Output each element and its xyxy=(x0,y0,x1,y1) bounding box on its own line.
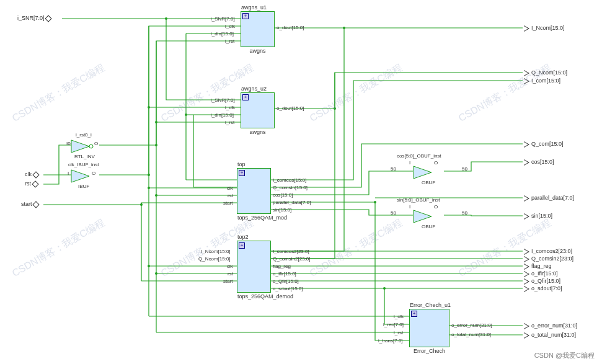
pin: start xyxy=(223,200,233,206)
bus-50: 50 xyxy=(391,166,396,172)
svg-point-7 xyxy=(155,194,157,197)
expand-icon[interactable]: + xyxy=(242,13,249,19)
svg-point-16 xyxy=(89,144,93,148)
expand-icon[interactable]: + xyxy=(239,242,245,249)
block-awgns-u1-title: awgns_u1 xyxy=(241,4,267,11)
bus-50: 50 xyxy=(462,166,467,172)
pin: rst xyxy=(228,193,233,198)
pin: i_trans[7:0] xyxy=(378,338,403,344)
pin: I xyxy=(409,160,410,166)
pin: rst xyxy=(228,271,233,277)
block-top2: top2 + tops_256QAM_demod xyxy=(237,241,271,293)
expand-icon[interactable]: + xyxy=(411,311,417,317)
obuf-cos-title: cos[5:0]_OBUF_inst xyxy=(397,153,441,159)
svg-marker-18 xyxy=(414,166,432,179)
pin: i_rst xyxy=(394,330,403,335)
svg-point-5 xyxy=(155,121,157,123)
pin: o_Ifir[15:0] xyxy=(273,271,601,277)
pin: i_SNR[7:0] xyxy=(211,97,235,103)
pin: i_SNR[7:0] xyxy=(211,16,235,22)
bus-50: 50 xyxy=(391,210,396,216)
pin: i_rec[7:0] xyxy=(383,322,404,327)
port-cos: cos[15:0] xyxy=(524,159,554,166)
pin: o_sdout[15:0] xyxy=(273,286,601,291)
svg-point-3 xyxy=(148,187,150,189)
pin: o_error_num[31:0] xyxy=(451,322,601,328)
block-error-chech-footer: Error_Chech xyxy=(410,348,449,354)
block-top-footer: tops_256QAM_mod xyxy=(237,215,270,221)
pin: clk xyxy=(227,185,233,191)
expand-icon[interactable]: + xyxy=(242,94,249,100)
pin: O xyxy=(94,141,98,146)
port-q-com: Q_com[15:0] xyxy=(524,141,564,148)
svg-marker-15 xyxy=(71,140,89,153)
pin: i_rst xyxy=(225,120,234,125)
pin: I_Ncom[15:0] xyxy=(201,249,231,254)
svg-point-0 xyxy=(165,17,167,20)
port-rst: rst xyxy=(25,180,40,187)
pin: I_comcos2[23:0] xyxy=(273,249,601,254)
pin: O xyxy=(92,171,95,176)
pin: start xyxy=(223,278,233,284)
block-top2-title: top2 xyxy=(237,234,249,240)
pin: i_clk xyxy=(394,314,404,319)
pin: flag_reg xyxy=(273,264,601,269)
port-start: start xyxy=(21,201,40,207)
ibuf-footer: IBUF xyxy=(78,184,89,189)
svg-point-4 xyxy=(148,265,150,267)
svg-marker-19 xyxy=(414,210,432,223)
pin: clk xyxy=(227,264,233,269)
block-top: top + tops_256QAM_mod xyxy=(237,168,271,214)
block-top2-footer: tops_256QAM_demod xyxy=(237,293,270,300)
pin: I xyxy=(409,204,410,210)
obuf-sin-title: sin[5:0]_OBUF_inst xyxy=(397,197,440,203)
obuf-sin-footer: OBUF xyxy=(422,224,435,229)
pin: i_din[15:0] xyxy=(211,112,234,118)
ibuf-title: clk_IBUF_inst xyxy=(68,162,99,167)
pin: I xyxy=(68,171,69,176)
svg-point-1 xyxy=(148,106,150,109)
port-q-ncom: Q_Ncom[15:0] xyxy=(524,69,567,76)
block-awgns-u2: awgns_u2 + awgns xyxy=(241,92,275,128)
port-i-com: I_com[15:0] xyxy=(524,78,560,84)
block-awgns-u2-title: awgns_u2 xyxy=(241,86,267,92)
pin: o_dout[15:0] xyxy=(277,105,601,111)
pin: o_dout[15:0] xyxy=(277,25,601,30)
svg-point-8 xyxy=(155,272,157,275)
port-sin: sin[15:0] xyxy=(524,213,552,220)
pin: Q_comsin2[23:0] xyxy=(273,256,601,262)
watermark-footer: CSDN @我爱C编程 xyxy=(534,351,595,360)
pin: O xyxy=(434,160,438,166)
pin: O xyxy=(434,204,438,210)
block-top-title: top xyxy=(237,161,246,167)
port-i-snr: i_SNR[7:0] xyxy=(17,15,53,21)
pin: i_din[15:0] xyxy=(211,31,234,37)
block-awgns-u1: awgns_u1 + awgns xyxy=(241,11,275,47)
svg-point-9 xyxy=(140,203,143,206)
expand-icon[interactable]: + xyxy=(239,170,245,176)
rtl-inv-title: i_rst0_i xyxy=(76,132,92,138)
pin: Q_comsin[15:0] xyxy=(273,185,601,190)
block-error-chech-title: Error_Chech_u1 xyxy=(410,302,451,308)
svg-marker-17 xyxy=(71,170,89,182)
block-awgns-u2-footer: awgns xyxy=(241,129,274,135)
pin: i_rst xyxy=(225,38,234,44)
svg-point-14 xyxy=(185,113,187,116)
pin: o_total_num[31:0] xyxy=(451,332,601,337)
pin: o_Qfir[15:0] xyxy=(273,278,601,284)
port-clk: clk xyxy=(25,171,40,177)
bus-50: 50 xyxy=(462,210,467,216)
obuf-cos-footer: OBUF xyxy=(422,180,435,185)
pin: i_clk xyxy=(225,24,235,29)
block-error-chech: Error_Chech_u1 + Error_Chech xyxy=(409,309,449,347)
rtl-inv-footer: RTL_INV xyxy=(74,154,95,159)
svg-point-2 xyxy=(148,174,150,176)
pin: I0 xyxy=(66,141,71,146)
pin: Q_Ncom[15:0] xyxy=(198,256,231,262)
block-awgns-u1-footer: awgns xyxy=(241,48,274,54)
svg-point-6 xyxy=(155,144,157,146)
pin: i_clk xyxy=(225,105,235,110)
